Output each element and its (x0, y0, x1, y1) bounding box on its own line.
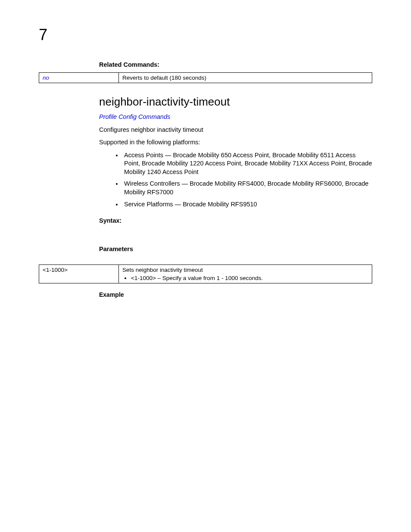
param-desc-main: Sets neighbor inactivity timeout (122, 267, 368, 273)
profile-config-link[interactable]: Profile Config Commands (99, 113, 170, 120)
list-item: <1-1000> – Specify a value from 1 - 1000… (131, 275, 368, 281)
related-commands-heading: Related Commands: (99, 61, 372, 68)
command-description: Configures neighbor inactivity timeout (99, 126, 372, 134)
related-command-desc-cell: Reverts to default (180 seconds) (119, 73, 372, 83)
section-link: Profile Config Commands (99, 113, 372, 121)
parameters-table: <1-1000> Sets neighbor inactivity timeou… (39, 264, 372, 283)
spacer (99, 228, 372, 237)
parameters-heading: Parameters (99, 246, 372, 252)
command-link[interactable]: no (43, 75, 49, 81)
param-desc-cell: Sets neighbor inactivity timeout <1-1000… (119, 265, 372, 283)
table-row: <1-1000> Sets neighbor inactivity timeou… (39, 265, 372, 283)
param-name-cell: <1-1000> (39, 265, 119, 283)
list-item: Access Points — Brocade Mobility 650 Acc… (122, 151, 372, 177)
related-command-name-cell: no (39, 73, 119, 83)
page: 7 Related Commands: no Reverts to defaul… (0, 0, 411, 532)
syntax-heading: Syntax: (99, 217, 372, 224)
table-row: no Reverts to default (180 seconds) (39, 73, 372, 83)
list-item: Wireless Controllers — Brocade Mobility … (122, 180, 372, 196)
chapter-number: 7 (39, 26, 372, 44)
spacer (99, 257, 372, 264)
supported-intro: Supported in the following platforms: (99, 138, 372, 147)
platform-list: Access Points — Brocade Mobility 650 Acc… (99, 151, 372, 208)
content-area: Related Commands: no Reverts to default … (99, 61, 372, 298)
related-commands-table: no Reverts to default (180 seconds) (39, 72, 372, 83)
example-heading: Example (99, 291, 372, 298)
command-title: neighbor-inactivity-timeout (99, 95, 372, 109)
list-item: Service Platforms — Brocade Mobility RFS… (122, 200, 372, 209)
param-desc-bullets: <1-1000> – Specify a value from 1 - 1000… (122, 275, 368, 281)
